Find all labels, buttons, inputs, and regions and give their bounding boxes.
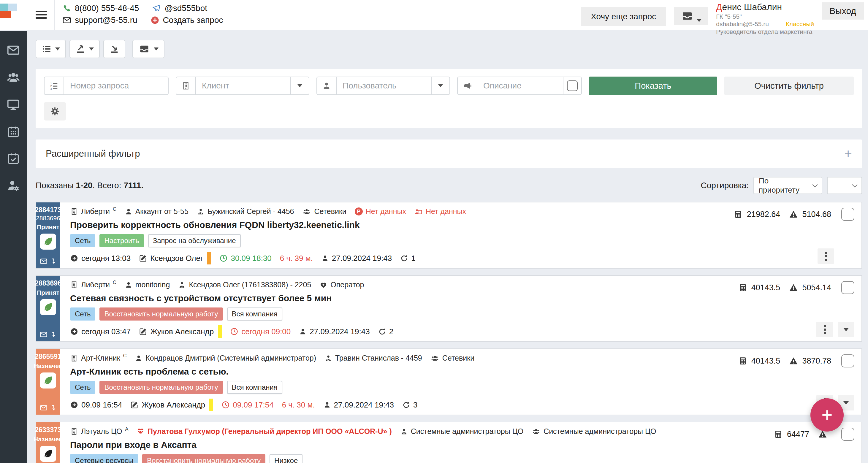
person-icon <box>135 354 143 362</box>
gem-icon <box>136 427 145 435</box>
meta-label: Арт-Клиник <box>81 354 120 362</box>
secondary-select[interactable] <box>827 177 862 194</box>
user-filter-dropdown[interactable] <box>431 77 450 94</box>
ticket-title[interactable]: Сетевая связность с устройством отсутств… <box>70 293 722 303</box>
arrow-down-white-icon <box>50 404 57 412</box>
numbered-list-icon: 123 <box>44 77 64 94</box>
clear-filter-button[interactable]: Очистить фильтр <box>724 76 854 95</box>
building-meta: Лэтуаль ЦОA <box>70 427 128 436</box>
add-request-fab[interactable]: + <box>810 398 844 432</box>
arrow-circle-icon <box>70 254 79 263</box>
user-email: dshabalin@5-55.ru <box>716 20 769 28</box>
updated-item: 27.09.2024 19:43 <box>321 254 392 263</box>
ticket-id[interactable]: 2633373 <box>35 426 61 434</box>
filter-settings-button[interactable] <box>44 102 66 121</box>
ticket-status: Назначен <box>34 362 63 370</box>
sidebar-item-user-settings[interactable] <box>6 179 21 192</box>
request-number-input[interactable] <box>64 77 168 94</box>
description-checkbox[interactable] <box>567 81 578 91</box>
person-box-icon <box>414 208 423 215</box>
archive-button[interactable] <box>132 40 164 58</box>
person-icon <box>125 281 132 289</box>
user-filter-group <box>316 76 450 95</box>
telegram-handle[interactable]: @sd555bot <box>164 4 207 13</box>
sidebar-item-monitor[interactable] <box>6 98 21 112</box>
person-box-meta: Нет данных <box>414 207 466 216</box>
sidebar-item-mail[interactable] <box>6 43 20 57</box>
kebab-menu-button[interactable] <box>817 248 834 264</box>
person-icon <box>317 77 336 94</box>
refresh-count-item: 3 <box>402 400 417 409</box>
tag-red: Восстановить нормальную работу <box>99 381 223 394</box>
created-item: сегодня 03:47 <box>70 327 131 336</box>
kebab-icon <box>825 252 827 261</box>
meta-label: Лэтуаль ЦО <box>81 427 122 436</box>
pencil-square-icon <box>139 327 147 336</box>
assignee-color-bar <box>207 252 211 265</box>
create-request-link[interactable]: Создать запрос <box>151 16 223 25</box>
refresh-count: 1 <box>411 254 415 263</box>
due-date: 09.09 17:54 <box>233 400 273 409</box>
leaf-badge <box>40 234 56 250</box>
export-button[interactable] <box>69 40 100 58</box>
tag-red: Восстановить нормальную работу <box>99 307 223 320</box>
plus-circle-icon <box>151 16 159 25</box>
sidebar-item-calendar-check[interactable] <box>7 152 20 165</box>
meta-label: monitoring <box>135 280 170 289</box>
logout-button[interactable]: Выход <box>822 2 864 20</box>
ticket-id[interactable]: 2865591 <box>35 352 61 361</box>
group-icon <box>430 354 439 362</box>
ticket-title[interactable]: Проверить корректность обновления FQDN l… <box>70 220 722 230</box>
ticket-title[interactable]: Арт-Клиник есть проблема с сетью. <box>70 367 722 377</box>
svg-text:3: 3 <box>51 87 52 90</box>
building-icon <box>70 427 78 435</box>
leaf-icon-green <box>42 375 54 386</box>
ticket-amounts: 21982.645104.68 <box>734 208 854 221</box>
kebab-menu-button[interactable] <box>816 322 833 337</box>
expand-caret-button[interactable] <box>838 322 854 337</box>
ticket-checkbox[interactable] <box>841 208 854 221</box>
client-filter-dropdown[interactable] <box>290 77 309 94</box>
meta-label: Кондрацов Дмитрий (Системный администрат… <box>146 354 316 362</box>
clock-icon <box>219 254 228 263</box>
filter-panel: 123 Показать Очистить фильтр <box>36 69 862 128</box>
email-contact[interactable]: support@5-55.ru <box>62 16 137 25</box>
ticket-badge: 2884173[2883696]Принят <box>36 203 60 268</box>
sidebar-item-users[interactable] <box>6 71 21 84</box>
due-item: сегодня 09:00 <box>230 327 290 336</box>
import-button[interactable] <box>103 40 125 58</box>
advanced-filter-panel[interactable]: Расширенный фильтр + <box>36 140 862 168</box>
user-profile[interactable]: Денис Шабалин ГК "5-55" dshabalin@5-55.r… <box>716 2 814 35</box>
warning-icon <box>789 357 798 365</box>
support-email[interactable]: support@5-55.ru <box>75 16 137 25</box>
leaf-badge <box>40 446 56 462</box>
inbox-dropdown-button[interactable] <box>674 7 708 25</box>
inbox-icon <box>138 43 150 54</box>
hamburger-menu-icon[interactable] <box>36 11 47 19</box>
description-filter-input[interactable] <box>477 77 563 94</box>
ticket-checkbox[interactable] <box>841 428 854 441</box>
telegram-contact[interactable]: @sd555bot <box>152 4 207 13</box>
user-filter-input[interactable] <box>336 77 431 94</box>
meta-label: Аккаунт от 5-55 <box>135 207 188 216</box>
ticket-tags: СетьВосстановить нормальную работуВся ко… <box>70 381 722 394</box>
sidebar-item-calendar[interactable] <box>7 125 20 138</box>
show-button[interactable]: Показать <box>589 76 717 95</box>
due-item: 30.09 18:30 <box>219 254 271 263</box>
client-filter-input[interactable] <box>195 77 290 94</box>
view-mode-button[interactable] <box>36 40 66 58</box>
sort-label: Сортировка: <box>701 181 749 190</box>
actions-toolbar <box>36 40 862 58</box>
sort-select[interactable]: По приоритету <box>753 177 822 194</box>
ticket-id[interactable]: 2883696 <box>35 279 61 287</box>
ticket-title[interactable]: Пароли при входе в Аксапта <box>70 440 722 450</box>
ticket-checkbox[interactable] <box>841 354 854 367</box>
create-request-label[interactable]: Создать запрос <box>163 16 223 25</box>
expand-plus-icon[interactable]: + <box>844 149 852 158</box>
user-grade-badge: Классный <box>786 20 814 28</box>
ticket-id[interactable]: 2884173 <box>35 206 61 214</box>
more-request-button[interactable]: Хочу еще запрос <box>581 7 666 26</box>
request-number-group: 123 <box>44 76 168 95</box>
ticket-checkbox[interactable] <box>841 281 854 294</box>
created-date: сегодня 03:47 <box>81 327 131 336</box>
